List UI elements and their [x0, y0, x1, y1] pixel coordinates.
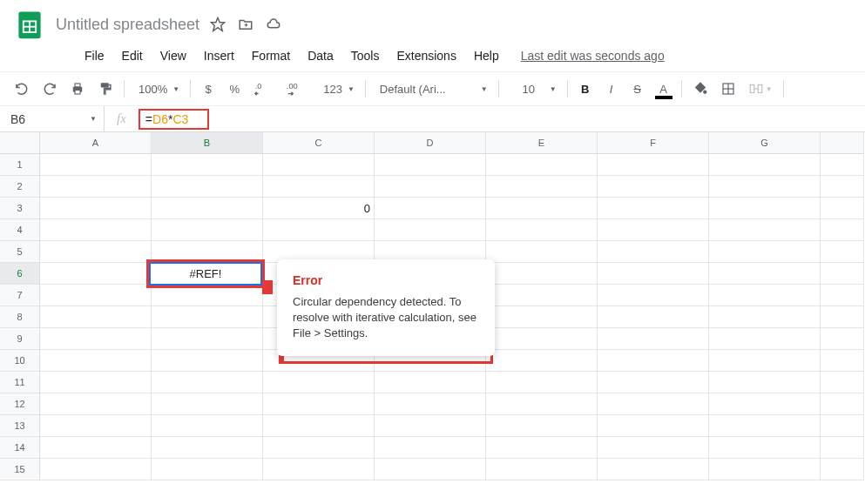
- cell-E15[interactable]: [486, 459, 598, 480]
- cell-F6[interactable]: [598, 263, 709, 285]
- menu-edit[interactable]: Edit: [114, 45, 151, 66]
- cell-extra-6[interactable]: [821, 263, 864, 285]
- cell-E9[interactable]: [486, 328, 598, 350]
- cell-A6[interactable]: [40, 263, 152, 285]
- cell-D12[interactable]: [375, 393, 486, 415]
- col-header-extra[interactable]: [821, 132, 864, 154]
- row-header-9[interactable]: 9: [0, 328, 40, 350]
- row-header-15[interactable]: 15: [0, 459, 40, 480]
- row-header-5[interactable]: 5: [0, 241, 40, 263]
- cell-extra-7[interactable]: [821, 285, 864, 306]
- cell-G5[interactable]: [709, 241, 821, 263]
- cell-G12[interactable]: [709, 393, 821, 415]
- cell-C11[interactable]: [263, 372, 375, 393]
- cell-extra-9[interactable]: [821, 328, 864, 350]
- col-header-C[interactable]: C: [263, 132, 375, 154]
- cell-C12[interactable]: [263, 393, 375, 415]
- cell-extra-10[interactable]: [821, 350, 864, 372]
- menu-tools[interactable]: Tools: [343, 45, 388, 66]
- row-header-6[interactable]: 6: [0, 263, 40, 285]
- cell-G7[interactable]: [709, 285, 821, 306]
- last-edit-link[interactable]: Last edit was seconds ago: [521, 49, 665, 63]
- percent-button[interactable]: %: [222, 77, 247, 101]
- cell-B15[interactable]: [152, 459, 263, 480]
- menu-data[interactable]: Data: [300, 45, 341, 66]
- cell-E5[interactable]: [486, 241, 598, 263]
- strikethrough-button[interactable]: S: [625, 77, 650, 101]
- cell-B14[interactable]: [152, 437, 263, 459]
- cell-F12[interactable]: [598, 393, 709, 415]
- cell-C4[interactable]: [263, 219, 375, 241]
- increase-decimal-button[interactable]: .00: [280, 77, 313, 101]
- cell-B12[interactable]: [152, 393, 263, 415]
- cell-G3[interactable]: [709, 198, 821, 219]
- cell-extra-8[interactable]: [821, 306, 864, 328]
- currency-button[interactable]: $: [196, 77, 220, 101]
- cell-F14[interactable]: [598, 437, 709, 459]
- cell-F2[interactable]: [598, 176, 709, 198]
- cell-E7[interactable]: [486, 285, 598, 306]
- cell-D13[interactable]: [375, 415, 486, 437]
- cell-A8[interactable]: [40, 306, 152, 328]
- cell-E2[interactable]: [486, 176, 598, 198]
- formula-input[interactable]: =D6*C3: [139, 106, 865, 131]
- cell-B9[interactable]: [152, 328, 263, 350]
- cell-A13[interactable]: [40, 415, 152, 437]
- cell-C1[interactable]: [263, 154, 375, 176]
- col-header-G[interactable]: G: [709, 132, 821, 154]
- cell-B6[interactable]: [152, 263, 263, 285]
- cell-G14[interactable]: [709, 437, 821, 459]
- cell-B2[interactable]: [152, 176, 263, 198]
- move-icon[interactable]: [238, 17, 253, 32]
- cell-extra-5[interactable]: [821, 241, 864, 263]
- col-header-F[interactable]: F: [598, 132, 709, 154]
- cell-F3[interactable]: [598, 198, 709, 219]
- cell-E6[interactable]: [486, 263, 598, 285]
- text-color-button[interactable]: A: [652, 77, 676, 101]
- number-format-combo[interactable]: 123▼: [314, 77, 360, 101]
- select-all-corner[interactable]: [0, 132, 40, 154]
- font-combo[interactable]: Default (Ari...▼: [371, 77, 493, 101]
- sheets-logo[interactable]: [12, 7, 47, 42]
- row-header-12[interactable]: 12: [0, 393, 40, 415]
- doc-title[interactable]: Untitled spreadsheet: [56, 16, 199, 34]
- cell-A9[interactable]: [40, 328, 152, 350]
- cell-E8[interactable]: [486, 306, 598, 328]
- cell-extra-12[interactable]: [821, 393, 864, 415]
- cell-extra-4[interactable]: [821, 219, 864, 241]
- cell-C14[interactable]: [263, 437, 375, 459]
- menu-insert[interactable]: Insert: [196, 45, 242, 66]
- cell-B3[interactable]: [152, 198, 263, 219]
- col-header-E[interactable]: E: [486, 132, 598, 154]
- cell-A12[interactable]: [40, 393, 152, 415]
- cell-A5[interactable]: [40, 241, 152, 263]
- cell-F15[interactable]: [598, 459, 709, 480]
- undo-button[interactable]: [9, 77, 35, 101]
- cell-extra-1[interactable]: [821, 154, 864, 176]
- cell-B10[interactable]: [152, 350, 263, 372]
- row-header-13[interactable]: 13: [0, 415, 40, 437]
- cell-C2[interactable]: [263, 176, 375, 198]
- star-icon[interactable]: [210, 17, 226, 32]
- row-header-11[interactable]: 11: [0, 372, 40, 393]
- cell-G2[interactable]: [709, 176, 821, 198]
- row-header-1[interactable]: 1: [0, 154, 40, 176]
- redo-button[interactable]: [37, 77, 63, 101]
- cell-D3[interactable]: [375, 198, 486, 219]
- cell-A4[interactable]: [40, 219, 152, 241]
- cloud-icon[interactable]: [266, 17, 281, 32]
- cell-D2[interactable]: [375, 176, 486, 198]
- cell-B1[interactable]: [152, 154, 263, 176]
- cell-E13[interactable]: [486, 415, 598, 437]
- cell-G10[interactable]: [709, 350, 821, 372]
- cell-extra-14[interactable]: [821, 437, 864, 459]
- zoom-combo[interactable]: 100%▼: [130, 77, 185, 101]
- menu-view[interactable]: View: [152, 45, 194, 66]
- cell-extra-3[interactable]: [821, 198, 864, 219]
- cell-F9[interactable]: [598, 328, 709, 350]
- row-header-10[interactable]: 10: [0, 350, 40, 372]
- cell-G13[interactable]: [709, 415, 821, 437]
- cell-F8[interactable]: [598, 306, 709, 328]
- cell-C15[interactable]: [263, 459, 375, 480]
- fill-color-button[interactable]: [687, 77, 713, 101]
